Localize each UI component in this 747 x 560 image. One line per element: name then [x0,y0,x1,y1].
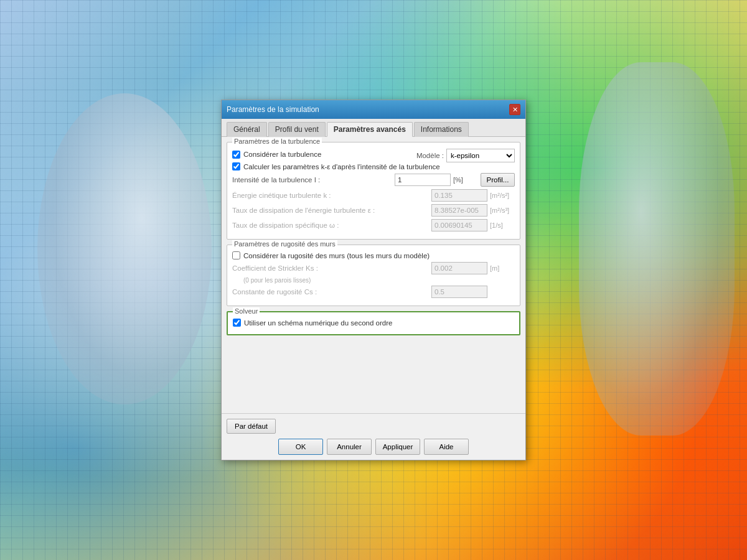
checkbox-rugosity[interactable] [232,251,240,259]
checkbox-turbulence-row: Considérer la turbulence [232,151,414,159]
turbulence-content: Considérer la turbulence Modèle : k-epsi… [232,149,515,231]
intensite-input[interactable] [395,174,451,186]
dialog-overlay: Paramètres de la simulation ✕ Général Pr… [0,0,747,560]
turbulence-group-title: Paramètres de la turbulence [232,138,322,145]
strickler-input [431,262,487,274]
rugosity-content: Considérer la rugosité des murs (tous le… [232,251,515,298]
strickler-row: Coefficient de Strickler Ks : [m] [232,262,515,274]
ok-button[interactable]: OK [278,439,323,455]
solveur-content: Utiliser un schéma numérique du second o… [233,319,514,327]
par-defaut-button[interactable]: Par défaut [227,419,276,434]
tab-profil-vent[interactable]: Profil du vent [268,122,326,137]
intensite-label: Intensité de la turbulence I : [232,176,320,184]
aide-button[interactable]: Aide [424,439,469,455]
dialog-title: Paramètres de la simulation [227,105,319,114]
solveur-group: Solveur Utiliser un schéma numérique du … [227,311,520,335]
energie-unit: [m²/s²] [490,192,515,199]
strickler-label: Coefficient de Strickler Ks : [232,264,318,272]
modele-label: Modèle : [416,152,444,159]
checkbox-keps-row: Calculer les paramètres k-ε d'après l'in… [232,162,515,170]
constante-label: Constante de rugosité Cs : [232,288,317,296]
modele-select[interactable]: k-epsilon k-omega SST [446,149,515,162]
solveur-group-title: Solveur [233,307,260,315]
taux-dissipation-unit: [m²/s³] [490,207,515,214]
taux-specifique-row: Taux de dissipation spécifique ω : [1/s] [232,219,515,231]
strickler-note: (0 pour les parois lisses) [243,277,515,284]
checkbox-rugosity-row: Considérer la rugosité des murs (tous le… [232,251,515,259]
tab-informations[interactable]: Informations [414,122,469,137]
energie-input [431,189,487,202]
turbulence-row1: Considérer la turbulence Modèle : k-epsi… [232,149,515,162]
taux-dissipation-row: Taux de dissipation de l'énergie turbule… [232,204,515,217]
checkbox-solveur-label: Utiliser un schéma numérique du second o… [244,319,392,327]
annuler-button[interactable]: Annuler [327,439,372,455]
checkbox-rugosity-label: Considérer la rugosité des murs (tous le… [243,252,430,259]
dialog-tabs: Général Profil du vent Paramètres avancé… [222,119,525,137]
checkbox-keps-label: Calculer les paramètres k-ε d'après l'in… [243,163,440,170]
profil-button[interactable]: Profil... [481,173,515,187]
checkbox-solveur-row: Utiliser un schéma numérique du second o… [233,319,514,327]
taux-specifique-label: Taux de dissipation spécifique ω : [232,222,339,229]
appliquer-button[interactable]: Appliquer [375,439,420,455]
taux-specifique-input [431,219,487,231]
rugosity-group-title: Paramètres de rugosité des murs [232,240,337,248]
constante-input [431,286,487,298]
intensite-row: Intensité de la turbulence I : [%] Profi… [232,173,515,187]
rugosity-group: Paramètres de rugosité des murs Considér… [227,245,520,306]
constante-row: Constante de rugosité Cs : [232,286,515,298]
tab-general[interactable]: Général [227,122,267,137]
close-button[interactable]: ✕ [509,104,520,115]
taux-dissipation-input [431,204,487,217]
dialog-titlebar: Paramètres de la simulation ✕ [222,100,525,119]
tab-params-avances[interactable]: Paramètres avancés [327,122,413,137]
dialog-content: Paramètres de la turbulence Considérer l… [222,137,525,413]
taux-dissipation-label: Taux de dissipation de l'énergie turbule… [232,207,375,214]
taux-specifique-unit: [1/s] [490,222,515,229]
energie-row: Énergie cinétique turbulente k : [m²/s²] [232,189,515,202]
simulation-dialog: Paramètres de la simulation ✕ Général Pr… [221,100,526,460]
action-buttons: OK Annuler Appliquer Aide [227,439,520,455]
energie-label: Énergie cinétique turbulente k : [232,192,331,199]
checkbox-turbulence[interactable] [232,151,240,159]
turbulence-group: Paramètres de la turbulence Considérer l… [227,142,520,240]
checkbox-solveur[interactable] [233,319,241,327]
strickler-unit: [m] [490,264,515,272]
checkbox-turbulence-label: Considérer la turbulence [243,151,321,158]
intensite-unit: [%] [453,176,478,184]
checkbox-keps[interactable] [232,162,240,170]
dialog-footer: Par défaut OK Annuler Appliquer Aide [222,413,525,460]
